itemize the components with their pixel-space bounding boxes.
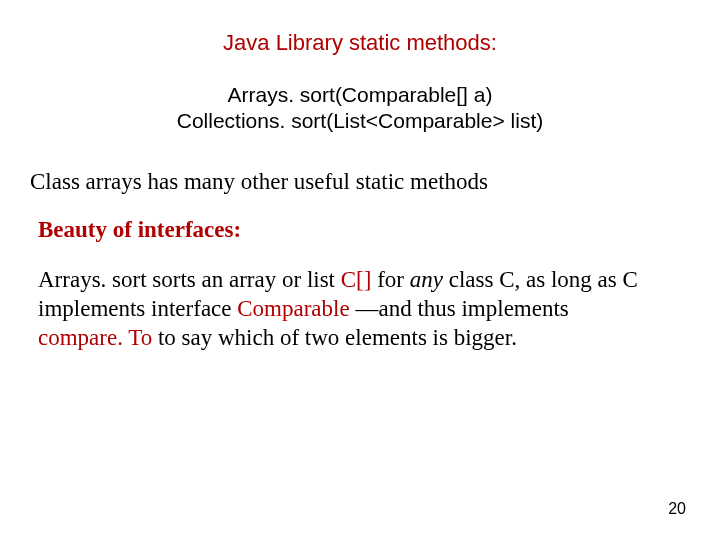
description-line: Class arrays has many other useful stati… xyxy=(30,169,690,195)
code-line-1: Arrays. sort(Comparable[] a) xyxy=(30,82,690,108)
slide-title: Java Library static methods: xyxy=(30,30,690,56)
body-paragraph: Arrays. sort sorts an array or list C[] … xyxy=(30,265,638,353)
para-red-2: Comparable xyxy=(237,296,349,321)
para-text-4: —and thus implements xyxy=(350,296,569,321)
code-block: Arrays. sort(Comparable[] a) Collections… xyxy=(30,82,690,135)
page-number: 20 xyxy=(668,500,686,518)
para-red-1: C[] xyxy=(341,267,372,292)
para-text-2: for xyxy=(371,267,409,292)
subheading: Beauty of interfaces: xyxy=(30,217,690,243)
code-line-2: Collections. sort(List<Comparable> list) xyxy=(30,108,690,134)
para-text-1: Arrays. sort sorts an array or list xyxy=(38,267,341,292)
para-red-3: compare. To xyxy=(38,325,152,350)
para-text-5: to say which of two elements is bigger. xyxy=(152,325,517,350)
para-italic: any xyxy=(410,267,443,292)
slide: Java Library static methods: Arrays. sor… xyxy=(0,0,720,353)
